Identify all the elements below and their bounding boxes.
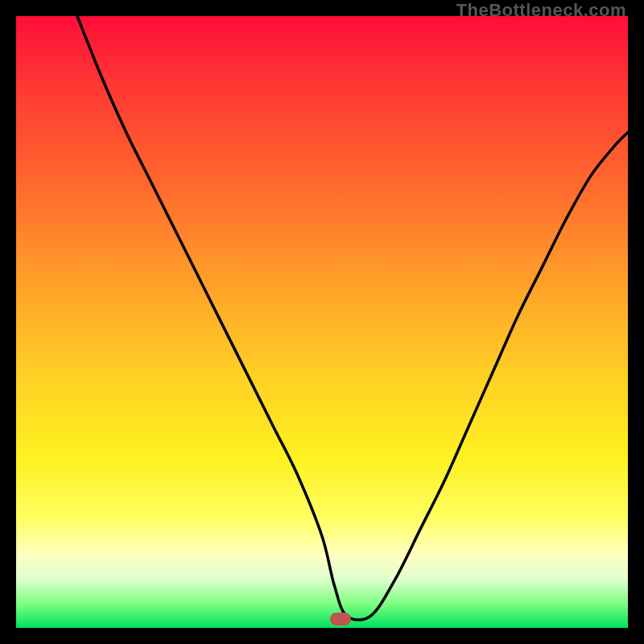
optimal-point-marker bbox=[330, 613, 351, 625]
bottleneck-curve bbox=[16, 16, 628, 628]
plot-area bbox=[16, 16, 628, 628]
chart-frame: TheBottleneck.com bbox=[0, 0, 644, 644]
